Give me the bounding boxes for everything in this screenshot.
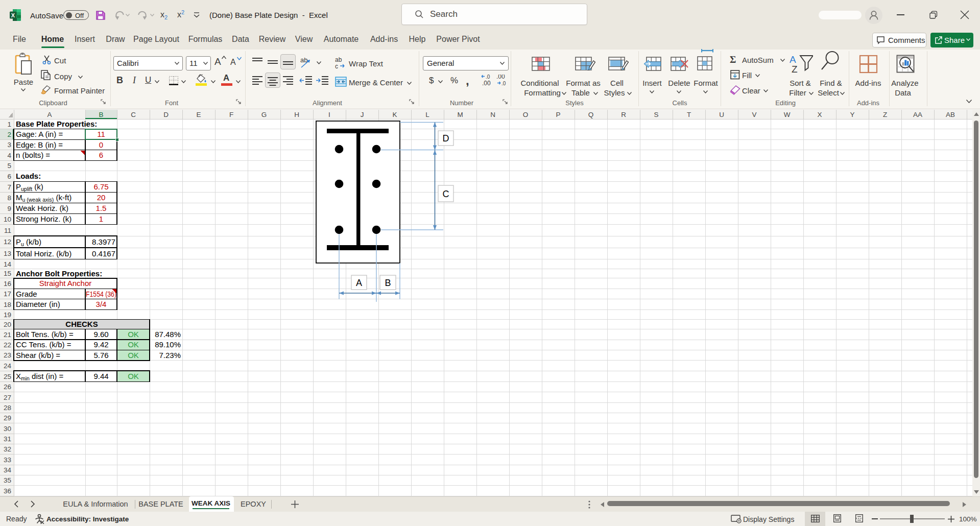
svg-text:87.48%: 87.48% bbox=[155, 330, 181, 339]
svg-text:U: U bbox=[719, 111, 724, 118]
svg-text:9.60: 9.60 bbox=[93, 330, 108, 339]
svg-text:OK: OK bbox=[128, 351, 139, 360]
svg-text:30: 30 bbox=[4, 425, 11, 433]
svg-text:11: 11 bbox=[97, 130, 105, 138]
svg-text:4: 4 bbox=[7, 152, 11, 159]
svg-text:18: 18 bbox=[4, 301, 11, 308]
svg-text:Diameter (in): Diameter (in) bbox=[16, 300, 60, 308]
svg-text:AB: AB bbox=[946, 111, 955, 118]
svg-text:9: 9 bbox=[7, 205, 11, 212]
svg-text:AA: AA bbox=[913, 111, 922, 118]
svg-text:10: 10 bbox=[4, 216, 11, 223]
svg-text:Pu (k/b): Pu (k/b) bbox=[16, 237, 41, 247]
svg-text:CC Tens. (k/b) =: CC Tens. (k/b) = bbox=[16, 340, 71, 349]
svg-text:Shear (k/b) =: Shear (k/b) = bbox=[16, 351, 60, 360]
svg-text:8: 8 bbox=[7, 194, 11, 202]
svg-text:9.44: 9.44 bbox=[93, 372, 108, 380]
svg-text:L: L bbox=[425, 111, 429, 118]
svg-text:3/4: 3/4 bbox=[96, 300, 107, 308]
svg-text:7: 7 bbox=[7, 183, 11, 191]
svg-text:15: 15 bbox=[4, 270, 11, 277]
svg-text:F: F bbox=[229, 111, 233, 118]
svg-text:W: W bbox=[784, 111, 791, 118]
svg-text:c: c bbox=[335, 63, 338, 69]
svg-text:29: 29 bbox=[4, 414, 11, 422]
svg-text:26: 26 bbox=[4, 383, 11, 391]
svg-text:7.23%: 7.23% bbox=[159, 351, 181, 360]
svg-text:G: G bbox=[261, 111, 267, 118]
svg-text:25: 25 bbox=[4, 373, 11, 380]
svg-text:1: 1 bbox=[99, 214, 103, 223]
svg-text:23: 23 bbox=[4, 351, 11, 359]
svg-text:20: 20 bbox=[4, 321, 11, 328]
svg-text:D: D bbox=[443, 133, 449, 144]
svg-text:1.5: 1.5 bbox=[96, 204, 107, 212]
svg-text:Edge: B (in) =: Edge: B (in) = bbox=[16, 140, 63, 149]
svg-text:C: C bbox=[443, 189, 449, 199]
svg-text:9.42: 9.42 bbox=[93, 340, 108, 349]
svg-text:A: A bbox=[47, 111, 52, 118]
svg-text:H: H bbox=[294, 111, 299, 118]
svg-text:Bolt Tens. (k/b) =: Bolt Tens. (k/b) = bbox=[16, 330, 74, 339]
svg-text:16: 16 bbox=[4, 280, 11, 288]
svg-text:17: 17 bbox=[4, 290, 11, 298]
svg-text:R: R bbox=[621, 111, 626, 118]
svg-text:Z: Z bbox=[792, 64, 798, 74]
svg-text:N: N bbox=[490, 111, 495, 118]
svg-text:24: 24 bbox=[4, 362, 12, 370]
svg-text:Y: Y bbox=[850, 111, 854, 118]
svg-text:F1554 (36): F1554 (36) bbox=[86, 290, 116, 298]
svg-text:D: D bbox=[163, 111, 169, 118]
svg-text:.00: .00 bbox=[482, 80, 491, 87]
svg-text:C: C bbox=[131, 111, 136, 118]
svg-text:89.10%: 89.10% bbox=[155, 340, 181, 349]
svg-text:34: 34 bbox=[4, 466, 12, 474]
svg-text:V: V bbox=[752, 111, 756, 118]
svg-text:E: E bbox=[196, 111, 201, 118]
svg-text:P: P bbox=[556, 111, 560, 118]
svg-text:Total Horiz. (k/b): Total Horiz. (k/b) bbox=[16, 249, 71, 258]
svg-text:A: A bbox=[790, 54, 796, 65]
svg-text:B: B bbox=[99, 111, 103, 118]
svg-text:.0: .0 bbox=[486, 75, 490, 80]
svg-text:2: 2 bbox=[7, 131, 11, 138]
svg-text:Q: Q bbox=[588, 111, 594, 118]
svg-text:Strong Horiz. (k): Strong Horiz. (k) bbox=[16, 214, 71, 223]
svg-text:28: 28 bbox=[4, 404, 11, 412]
svg-text:0.4167: 0.4167 bbox=[92, 249, 115, 258]
svg-text:36: 36 bbox=[4, 487, 11, 495]
svg-text:OK: OK bbox=[128, 372, 139, 380]
svg-text:21: 21 bbox=[4, 331, 11, 339]
svg-text:X: X bbox=[11, 12, 15, 18]
svg-text:6.75: 6.75 bbox=[93, 182, 108, 191]
svg-text:11: 11 bbox=[4, 227, 11, 234]
svg-text:22: 22 bbox=[4, 341, 11, 349]
svg-text:M: M bbox=[457, 111, 463, 118]
svg-text:CHECKS: CHECKS bbox=[65, 320, 98, 328]
svg-text:.0: .0 bbox=[501, 81, 506, 86]
svg-text:1: 1 bbox=[7, 121, 11, 128]
svg-text:Gage: A (in) =: Gage: A (in) = bbox=[16, 130, 63, 138]
svg-text:31: 31 bbox=[4, 435, 11, 443]
svg-text:3: 3 bbox=[7, 141, 11, 149]
svg-text:Straight Anchor: Straight Anchor bbox=[39, 279, 92, 288]
svg-text:32: 32 bbox=[4, 445, 11, 453]
svg-text:Grade: Grade bbox=[16, 290, 37, 298]
svg-text:Loads:: Loads: bbox=[16, 172, 41, 180]
svg-text:B: B bbox=[385, 278, 391, 288]
svg-text:J: J bbox=[361, 111, 364, 118]
svg-text:I: I bbox=[328, 111, 330, 118]
svg-text:8.3977: 8.3977 bbox=[92, 237, 115, 246]
svg-text:T: T bbox=[687, 111, 691, 118]
svg-text:35: 35 bbox=[4, 476, 11, 484]
svg-text:S: S bbox=[654, 111, 658, 118]
svg-text:n (bolts) =: n (bolts) = bbox=[16, 151, 50, 159]
svg-text:13: 13 bbox=[4, 250, 11, 257]
svg-text:6: 6 bbox=[99, 151, 103, 159]
svg-text:.00: .00 bbox=[496, 75, 505, 80]
svg-text:6: 6 bbox=[7, 173, 11, 180]
svg-text:27: 27 bbox=[4, 394, 11, 401]
svg-text:5.76: 5.76 bbox=[93, 351, 108, 360]
svg-text:K: K bbox=[392, 111, 397, 118]
svg-text:19: 19 bbox=[4, 311, 11, 319]
